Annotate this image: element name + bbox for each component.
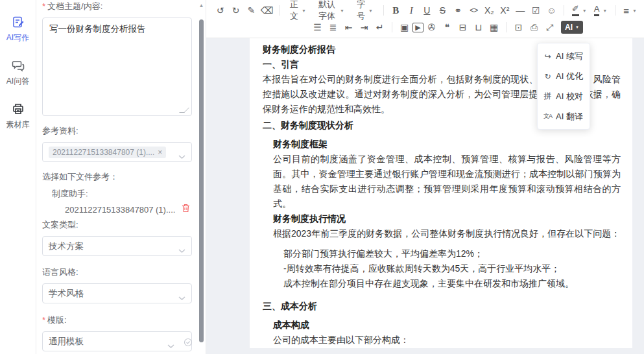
highlight-color-select[interactable]: ✐ ▼ xyxy=(569,3,590,18)
divider xyxy=(506,22,507,32)
insert-table-icon[interactable]: ▦ xyxy=(486,20,501,35)
divider xyxy=(383,5,384,16)
toolbar-row-1: ↺ ↻ ✎ ⌫ 正文▼ 默认字体▼ 字号▼ B I U S ⚭ xyxy=(213,2,640,19)
code-block-icon[interactable]: ⊔ xyxy=(471,20,486,35)
insert-image-icon[interactable]: ▣ xyxy=(397,20,412,35)
reference-tag: 2021122715133847807 (1).... × xyxy=(49,147,166,158)
superscript-icon[interactable]: X² xyxy=(497,3,512,18)
caret-down-icon: ▼ xyxy=(575,25,579,29)
redo-icon[interactable]: ↻ xyxy=(228,3,243,18)
menu-item-ai-optimize[interactable]: ↻ AI 优化 xyxy=(538,66,590,86)
file-row: 2021122715133847807 (1).... xyxy=(42,204,190,215)
menu-item-ai-continue[interactable]: ↪ AI 续写 xyxy=(538,46,590,66)
menu-item-label: AI 翻译 xyxy=(556,111,583,123)
underline-icon[interactable]: U xyxy=(420,3,435,18)
menu-item-ai-proofread[interactable]: 拼 AI 校对 xyxy=(538,86,590,106)
text-wrap-icon[interactable]: ↵ xyxy=(372,20,387,35)
copy-type-select[interactable]: 技术方案 xyxy=(42,236,192,256)
reference-label: 参考资料: xyxy=(42,125,190,137)
format-painter-icon[interactable]: ✎ xyxy=(244,3,259,18)
bold-icon[interactable]: B xyxy=(388,3,403,18)
inline-code-icon[interactable]: <> xyxy=(466,3,481,18)
ordered-list-icon[interactable]: ≣ xyxy=(326,20,340,35)
bullet-list-icon[interactable]: ☰ xyxy=(310,20,325,35)
highlight-pen-icon: ✐ xyxy=(572,5,579,16)
italic-icon[interactable]: I xyxy=(404,3,419,18)
ai-button-label: AI xyxy=(565,23,573,32)
material-library-icon xyxy=(12,102,25,117)
form-panel: *文档主题/内容: 写一份财务制度分析报告 参考资料: 202112271513… xyxy=(36,0,206,354)
trash-icon[interactable] xyxy=(182,204,190,215)
tag-close-icon[interactable]: × xyxy=(158,148,162,157)
align-select[interactable]: ≡ ▼ xyxy=(620,3,640,18)
font-color-select[interactable]: A ▼ xyxy=(591,3,611,18)
ai-translate-icon: 文A xyxy=(543,112,553,121)
doc-subheading-framework: 财务制度框架 xyxy=(263,137,621,152)
file-section-label: 选择如下文件参考： xyxy=(42,171,190,183)
undo-icon[interactable]: ↺ xyxy=(213,3,228,18)
required-asterisk: * xyxy=(42,1,45,11)
paragraph-style-select[interactable]: 正文▼ xyxy=(284,3,312,18)
ai-proofread-icon: 拼 xyxy=(543,91,553,102)
divider xyxy=(392,22,392,32)
file-group-label: 制度助手: xyxy=(42,188,190,200)
menu-item-ai-translate[interactable]: 文A AI 翻译 xyxy=(538,106,590,126)
indent-icon[interactable]: ⇥ xyxy=(357,20,372,35)
scrollbar-thumb[interactable] xyxy=(199,19,204,342)
task-list-icon[interactable]: ☑ xyxy=(529,3,543,18)
required-asterisk: * xyxy=(42,315,45,325)
caret-down-icon: ▼ xyxy=(602,8,607,13)
clear-format-icon[interactable]: ⌫ xyxy=(259,3,274,18)
chevron-down-icon xyxy=(178,245,185,255)
strikethrough-icon[interactable]: S xyxy=(435,3,450,18)
file-name: 2021122715133847807 (1).... xyxy=(65,205,175,215)
blockquote-icon[interactable]: ❝ xyxy=(440,20,455,35)
doc-subheading-cost-comp: 成本构成 xyxy=(263,318,621,333)
divider xyxy=(564,5,564,16)
doc-subheading-execution: 财务制度执行情况 xyxy=(263,211,621,226)
copy-type-value: 技术方案 xyxy=(49,241,84,252)
ai-menu-button[interactable]: AI ▼ xyxy=(561,21,583,34)
editor-toolbar: ↺ ↻ ✎ ⌫ 正文▼ 默认字体▼ 字号▼ B I U S ⚭ xyxy=(206,0,644,38)
sidebar-item-ai-qa[interactable]: AI问答 xyxy=(6,59,29,87)
doc-paragraph: 公司目前的制度涵盖了资金管理、成本控制、预算管理、核算与报告、风险管理等方面。其… xyxy=(263,152,621,211)
sidebar-item-material-library[interactable]: 素材库 xyxy=(6,102,30,130)
divider xyxy=(615,5,615,16)
topic-input[interactable]: 写一份财务制度分析报告 xyxy=(42,18,192,116)
section-break-icon[interactable]: ⊟ xyxy=(455,20,470,35)
doc-list-item: -周转效率有待提高，应收账款周转天数为45天，高于行业平均水平； xyxy=(263,261,621,276)
style-select[interactable]: 学术风格 xyxy=(42,283,192,303)
outdent-icon[interactable]: ⇤ xyxy=(341,20,356,35)
sidebar-item-ai-writing[interactable]: AI写作 xyxy=(6,16,29,43)
sidebar-item-label: AI问答 xyxy=(6,76,29,87)
scroll-up-icon[interactable]: ▲ xyxy=(198,3,205,8)
style-label: 语言风格: xyxy=(42,266,190,278)
caret-down-icon: ▼ xyxy=(582,8,587,13)
align-icon: ≡ xyxy=(623,5,629,16)
template-value: 通用模板 xyxy=(49,336,84,348)
embed-icon[interactable]: ⊡ xyxy=(511,20,526,35)
doc-list-item: 成本控制在部分项目中存在超支现象，主要集中在研发和市场推广领域。 xyxy=(263,276,621,291)
subscript-icon[interactable]: X₂ xyxy=(482,3,497,18)
ai-qa-icon xyxy=(12,59,25,74)
chevron-down-icon xyxy=(178,151,185,161)
emoji-icon[interactable]: ☺ xyxy=(544,3,559,18)
fullscreen-icon[interactable]: ⤢ xyxy=(542,20,557,35)
font-family-select[interactable]: 默认字体▼ xyxy=(313,3,350,18)
ai-writing-icon xyxy=(12,16,25,30)
sidebar: AI写作 AI问答 素材库 xyxy=(0,0,36,354)
topic-label: *文档主题/内容: xyxy=(42,1,190,12)
template-select[interactable]: 通用模板 xyxy=(42,331,192,351)
font-size-select[interactable]: 字号▼ xyxy=(351,3,379,18)
ai-optimize-icon: ↻ xyxy=(543,72,553,81)
link-icon[interactable]: ⚭ xyxy=(451,3,466,18)
insert-video-icon[interactable]: ▶ xyxy=(412,23,423,32)
doc-list-item: 部分部门预算执行偏差较大，平均偏差率为12%； xyxy=(263,246,621,261)
horizontal-rule-icon[interactable]: — xyxy=(513,3,528,18)
chevron-down-icon xyxy=(167,340,174,350)
print-icon[interactable]: ⎙ xyxy=(527,20,542,35)
style-value: 学术风格 xyxy=(49,288,84,300)
attachment-icon[interactable]: ✇ xyxy=(424,20,439,35)
ai-menu: ↪ AI 续写 ↻ AI 优化 拼 AI 校对 文A AI 翻译 xyxy=(537,43,590,130)
reference-select[interactable]: 2021122715133847807 (1).... × xyxy=(42,142,192,162)
